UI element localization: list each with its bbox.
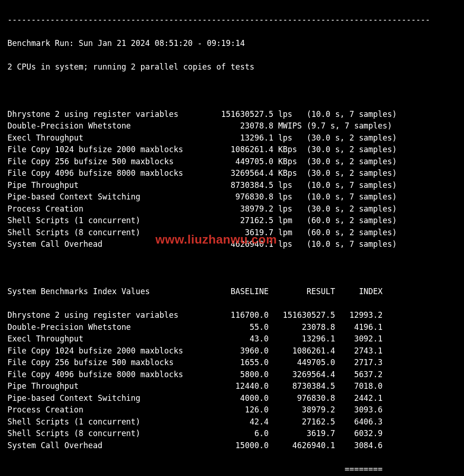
test-row: File Copy 4096 bufsize 8000 maxblocks 32…: [7, 167, 457, 180]
test-row: Process Creation 38979.2 lps (30.0 s, 2 …: [7, 203, 457, 215]
index-row: Execl Throughput 43.0 13296.1 3092.1: [7, 333, 457, 345]
blank-line: [7, 262, 457, 274]
test-row: Pipe Throughput 8730384.5 lps (10.0 s, 7…: [7, 180, 457, 192]
index-row: System Call Overhead 15000.0 4626940.1 3…: [7, 440, 457, 452]
cpu-config-line: 2 CPUs in system; running 2 parallel cop…: [7, 61, 457, 73]
index-row: Shell Scripts (1 concurrent) 42.4 27162.…: [7, 416, 457, 428]
index-row: File Copy 256 bufsize 500 maxblocks 1655…: [7, 357, 457, 369]
index-header-line: System Benchmarks Index Values BASELINE …: [7, 286, 457, 298]
test-row: Pipe-based Context Switching 976830.8 lp…: [7, 191, 457, 203]
test-row: Dhrystone 2 using register variables 151…: [7, 109, 457, 121]
index-block: Dhrystone 2 using register variables 116…: [7, 309, 457, 451]
test-row: Shell Scripts (8 concurrent) 3619.7 lpm …: [7, 227, 457, 239]
benchmark-run-line: Benchmark Run: Sun Jan 21 2024 08:51:20 …: [7, 38, 457, 50]
blank-line: [7, 85, 457, 97]
index-row: Pipe-based Context Switching 4000.0 9768…: [7, 392, 457, 405]
index-row: Shell Scripts (8 concurrent) 6.0 3619.7 …: [7, 428, 457, 440]
index-row: Pipe Throughput 12440.0 8730384.5 7018.0: [7, 380, 457, 392]
top-dashes: ----------------------------------------…: [7, 14, 457, 26]
index-row: File Copy 1024 bufsize 2000 maxblocks 39…: [7, 345, 457, 357]
terminal-output: ----------------------------------------…: [0, 0, 464, 476]
test-row: File Copy 1024 bufsize 2000 maxblocks 10…: [7, 144, 457, 156]
test-row: System Call Overhead 4626940.1 lps (10.0…: [7, 238, 457, 251]
test-row: Double-Precision Whetstone 23078.8 MWIPS…: [7, 120, 457, 132]
test-row: Execl Throughput 13296.1 lps (30.0 s, 2 …: [7, 132, 457, 144]
test-row: File Copy 256 bufsize 500 maxblocks 4497…: [7, 156, 457, 168]
index-row: Process Creation 126.0 38979.2 3093.6: [7, 404, 457, 416]
test-row: Shell Scripts (1 concurrent) 27162.5 lpm…: [7, 215, 457, 227]
index-row: Double-Precision Whetstone 55.0 23078.8 …: [7, 322, 457, 334]
tests-block: Dhrystone 2 using register variables 151…: [7, 109, 457, 251]
separator-line: ========: [7, 463, 457, 476]
index-row: Dhrystone 2 using register variables 116…: [7, 309, 457, 322]
index-row: File Copy 4096 bufsize 8000 maxblocks 58…: [7, 369, 457, 381]
